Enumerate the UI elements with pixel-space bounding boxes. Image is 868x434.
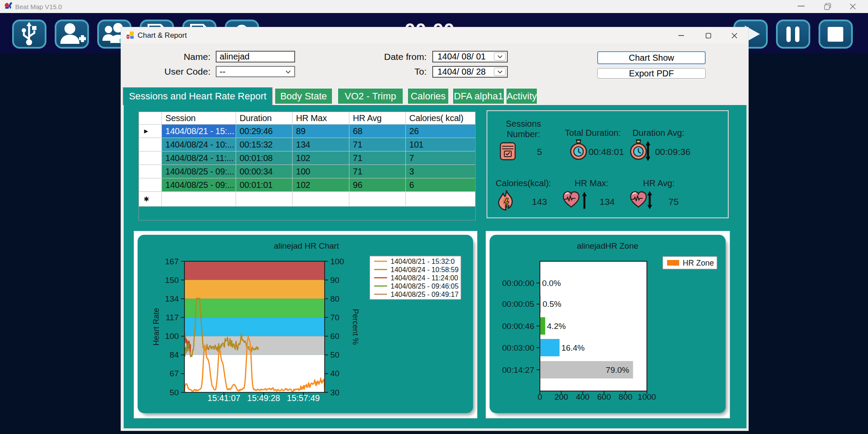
- svg-text:40: 40: [330, 369, 339, 378]
- svg-text:Heart Rate: Heart Rate: [152, 308, 161, 345]
- svg-text:400: 400: [576, 392, 590, 401]
- svg-text:1404/08/24 - 11:24:00: 1404/08/24 - 11:24:00: [391, 274, 458, 282]
- svg-text:100: 100: [165, 332, 179, 341]
- svg-text:1404/08/24 - 10:58:59: 1404/08/24 - 10:58:59: [391, 266, 459, 273]
- svg-text:80: 80: [330, 294, 339, 303]
- svg-text:HR Zone: HR Zone: [683, 259, 714, 267]
- svg-text:00:00:46: 00:00:46: [502, 322, 534, 331]
- svg-text:16.4%: 16.4%: [561, 343, 585, 352]
- svg-text:70: 70: [330, 313, 339, 322]
- svg-text:600: 600: [597, 392, 611, 401]
- svg-text:1404/08/25 - 09:49:17: 1404/08/25 - 09:49:17: [391, 291, 459, 298]
- svg-text:117: 117: [166, 313, 179, 322]
- svg-text:150: 150: [165, 276, 179, 285]
- svg-text:50: 50: [330, 350, 339, 359]
- svg-text:60: 60: [330, 332, 339, 341]
- svg-text:0.0%: 0.0%: [542, 279, 561, 288]
- svg-text:1404/08/25 - 09:46:05: 1404/08/25 - 09:46:05: [391, 283, 459, 290]
- svg-text:0: 0: [538, 392, 542, 401]
- svg-text:Percent %: Percent %: [351, 309, 360, 345]
- svg-text:50: 50: [170, 388, 179, 397]
- svg-text:167: 167: [165, 257, 179, 266]
- svg-text:15:41:07: 15:41:07: [207, 393, 240, 403]
- svg-text:79.0%: 79.0%: [606, 365, 629, 375]
- svg-text:15:57:49: 15:57:49: [287, 393, 320, 403]
- svg-text:alinejad HR Chart: alinejad HR Chart: [274, 241, 339, 250]
- svg-text:alinejadHR Zone: alinejadHR Zone: [577, 241, 638, 250]
- svg-text:15:49:28: 15:49:28: [247, 393, 280, 403]
- svg-text:800: 800: [618, 392, 632, 401]
- svg-text:00:00:00: 00:00:00: [502, 279, 534, 288]
- svg-text:00:14:27: 00:14:27: [502, 365, 534, 375]
- svg-text:4.2%: 4.2%: [547, 322, 566, 331]
- svg-text:200: 200: [554, 392, 568, 401]
- svg-text:00:03:00: 00:03:00: [502, 343, 534, 352]
- svg-text:1000: 1000: [638, 392, 656, 401]
- svg-text:1404/08/21 - 15:32:0: 1404/08/21 - 15:32:0: [391, 258, 455, 265]
- svg-text:67: 67: [170, 369, 179, 378]
- svg-text:84: 84: [170, 350, 179, 359]
- svg-text:00:00:05: 00:00:05: [502, 299, 534, 309]
- svg-text:0.5%: 0.5%: [542, 299, 561, 309]
- svg-text:100: 100: [330, 257, 344, 266]
- svg-text:134: 134: [165, 294, 179, 303]
- svg-text:30: 30: [330, 388, 339, 397]
- svg-text:90: 90: [330, 276, 339, 285]
